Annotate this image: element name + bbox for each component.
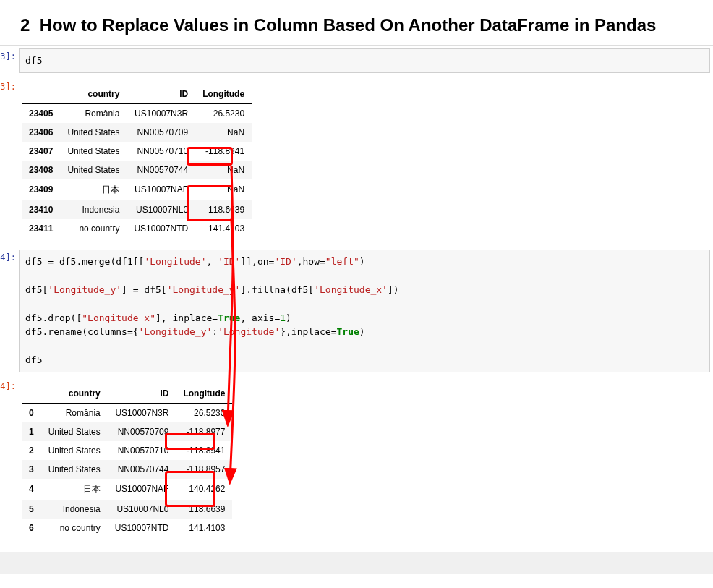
heading-number: 2	[20, 15, 30, 35]
row-index: 23407	[22, 142, 60, 161]
cell-value: United States	[60, 161, 127, 179]
row-index: 5	[22, 500, 41, 519]
code-cell-1: 3]: df5	[0, 46, 713, 76]
cell-value: 26.5230	[176, 403, 232, 422]
row-index: 6	[22, 519, 41, 537]
row-index: 23410	[22, 200, 60, 219]
cell-value: Indonesia	[41, 500, 108, 519]
cell-value: United States	[41, 422, 108, 441]
table-row: 23406United StatesNN00570709NaN	[22, 123, 252, 142]
table-row: 0RomâniaUS10007N3R26.5230	[22, 403, 232, 422]
output-area-1: country ID Longitude 23405RomâniaUS10007…	[17, 76, 713, 247]
cell-value: United States	[60, 142, 127, 161]
row-index: 23409	[22, 179, 60, 200]
cell-value: 26.5230	[195, 103, 252, 123]
table-row: 23411no countryUS10007NTD141.4103	[22, 219, 252, 238]
highlight-box-filled-1	[165, 433, 215, 450]
highlight-box-filled-2	[165, 471, 215, 507]
cell-value: 141.4103	[195, 219, 252, 238]
row-index: 0	[22, 403, 41, 422]
output-prompt: 3]:	[0, 76, 17, 92]
dataframe-table-2: country ID Longitude 0RomâniaUS10007N3R2…	[22, 384, 232, 537]
highlight-box-nan-1	[187, 147, 233, 166]
cell-value: United States	[60, 123, 127, 142]
output-cell-1: 3]: country ID Longitude 23405RomâniaUS1…	[0, 76, 713, 247]
cell-value: NaN	[195, 123, 252, 142]
col-header: ID	[108, 384, 176, 404]
input-prompt: 3]:	[0, 46, 17, 61]
row-index: 23408	[22, 161, 60, 179]
cell-value: no country	[60, 219, 127, 238]
cell-value: România	[41, 403, 108, 422]
col-header: ID	[127, 85, 195, 104]
code-cell-2: 4]: df5 = df5.merge(df1[['Longitude', 'I…	[0, 247, 713, 375]
code-input-1[interactable]: df5	[19, 48, 710, 73]
col-header: Longitude	[195, 85, 252, 104]
row-index: 4	[22, 479, 41, 500]
code-input-2[interactable]: df5 = df5.merge(df1[['Longitude', 'ID']]…	[19, 250, 710, 372]
col-header: Longitude	[176, 384, 232, 404]
cell-value: 日本	[41, 479, 108, 500]
col-header: country	[41, 384, 108, 404]
cell-value: Indonesia	[60, 200, 127, 219]
highlight-box-nan-2	[187, 185, 233, 221]
input-prompt: 4]:	[0, 247, 17, 263]
row-index: 23405	[22, 103, 60, 123]
cell-value: NN00570710	[127, 142, 195, 161]
cell-value: 141.4103	[176, 519, 232, 537]
row-index: 23411	[22, 219, 60, 238]
cell-value: US10007NTD	[127, 219, 195, 238]
row-index: 3	[22, 460, 41, 479]
output-cell-2: 4]: country ID Longitude 0RomâniaUS10007…	[0, 375, 713, 546]
cell-value: NN00570744	[127, 161, 195, 179]
output-area-2: country ID Longitude 0RomâniaUS10007N3R2…	[17, 375, 713, 546]
cell-value: no country	[41, 519, 108, 537]
row-index: 1	[22, 422, 41, 441]
row-index: 2	[22, 441, 41, 460]
cell-value: US10007NAF	[127, 179, 195, 200]
col-header: country	[60, 85, 127, 104]
cell-value: United States	[41, 441, 108, 460]
cell-value: 日本	[60, 179, 127, 200]
cell-value: US10007NTD	[108, 519, 176, 537]
table-row: 23405RomâniaUS10007N3R26.5230	[22, 103, 252, 123]
table-row: 6no countryUS10007NTD141.4103	[22, 519, 232, 537]
cell-value: România	[60, 103, 127, 123]
cell-value: United States	[41, 460, 108, 479]
heading-title: How to Replace Values in Column Based On…	[40, 15, 657, 35]
row-index: 23406	[22, 123, 60, 142]
cell-value: US10007N3R	[108, 403, 176, 422]
cell-value: US10007N3R	[127, 103, 195, 123]
section-heading: 2 How to Replace Values in Column Based …	[0, 0, 713, 46]
cell-value: US10007NL0	[127, 200, 195, 219]
output-prompt: 4]:	[0, 375, 17, 391]
cell-value: NN00570709	[127, 123, 195, 142]
